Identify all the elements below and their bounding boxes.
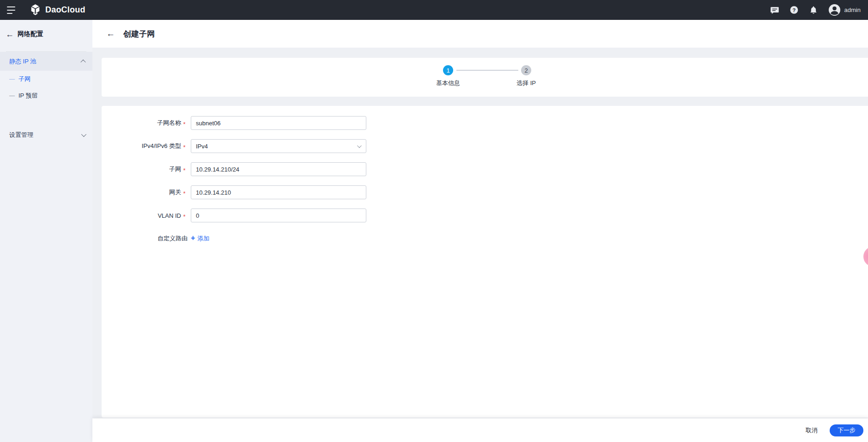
sidebar-item-label: 子网 [18, 75, 30, 83]
required-marker: * [181, 142, 188, 151]
ip-type-select[interactable]: IPv4 [191, 139, 366, 153]
chevron-down-icon [81, 131, 86, 136]
field-label: VLAN ID [102, 212, 181, 219]
sidebar-back-icon[interactable]: ← [6, 30, 16, 39]
stepper-card: 1 基本信息 2 选择 IP [102, 58, 868, 97]
subnet-name-input[interactable] [191, 116, 366, 130]
form-row-subnet-cidr: 子网 * [102, 162, 868, 176]
subnet-form-card: 子网名称 * IPv4/IPv6 类型 * IPv4 子网 * 网关 * VLA… [102, 106, 868, 417]
bell-icon[interactable] [809, 6, 818, 15]
selected-value: IPv4 [196, 143, 208, 150]
sidebar-item-ip-reservation[interactable]: — IP 预留 [0, 87, 92, 104]
field-label: 网关 [102, 188, 181, 196]
daocloud-cube-icon [29, 4, 42, 16]
sidebar-item-label: IP 预留 [18, 92, 38, 100]
topbar-actions: ? admin [770, 4, 868, 16]
step-number-badge: 2 [521, 65, 531, 75]
form-row-subnet-name: 子网名称 * [102, 116, 868, 130]
sidebar-header: ← 网络配置 [0, 20, 92, 49]
field-label: 子网名称 [102, 119, 181, 127]
form-row-vlan-id: VLAN ID * [102, 209, 868, 222]
user-menu[interactable]: admin [828, 4, 861, 16]
chevron-down-icon [357, 143, 362, 148]
sidebar-section-label: 静态 IP 池 [9, 57, 36, 66]
content-area: 1 基本信息 2 选择 IP 子网名称 * IPv4/IPv6 类型 * IPv… [92, 48, 868, 442]
brand-logo[interactable]: DaoCloud [29, 4, 85, 16]
step-number-badge: 1 [443, 65, 453, 75]
sidebar-item-subnet[interactable]: — 子网 [0, 71, 92, 87]
form-row-gateway: 网关 * [102, 185, 868, 199]
required-marker: * [181, 188, 188, 197]
username-label: admin [844, 6, 861, 13]
bullet-dash-icon: — [9, 92, 16, 99]
page-back-icon[interactable]: ← [106, 29, 115, 39]
svg-text:?: ? [792, 7, 795, 13]
required-marker: * [181, 211, 188, 220]
footer-action-bar: 取消 下一步 [92, 418, 868, 442]
step-select-ip: 2 选择 IP [508, 65, 545, 87]
brand-name: DaoCloud [45, 5, 85, 15]
menu-icon[interactable] [7, 6, 17, 14]
top-bar: DaoCloud ? [0, 0, 868, 20]
subnet-cidr-input[interactable] [191, 162, 366, 176]
form-row-custom-route: 自定义路由 + 添加 [102, 232, 868, 246]
step-basic-info: 1 基本信息 [430, 65, 467, 87]
plus-icon: + [191, 234, 195, 243]
sidebar-title: 网络配置 [18, 30, 43, 38]
help-icon[interactable]: ? [789, 6, 799, 15]
vlan-id-input[interactable] [191, 209, 366, 222]
sidebar-section-settings[interactable]: 设置管理 [0, 125, 92, 144]
cancel-button[interactable]: 取消 [806, 426, 818, 435]
gateway-input[interactable] [191, 185, 366, 199]
sidebar-section-static-ip-pool[interactable]: 静态 IP 池 [0, 52, 92, 71]
sidebar: ← 网络配置 静态 IP 池 — 子网 — IP 预留 设置管理 [0, 20, 92, 442]
chevron-up-icon [80, 59, 85, 64]
field-label: 子网 [102, 165, 181, 173]
bullet-dash-icon: — [9, 76, 16, 82]
form-row-ip-type: IPv4/IPv6 类型 * IPv4 [102, 139, 868, 153]
page-header: ← 创建子网 [92, 20, 868, 48]
step-label: 基本信息 [436, 79, 460, 87]
required-marker: * [181, 165, 188, 174]
field-label: 自定义路由 [102, 234, 188, 243]
avatar-icon [828, 4, 841, 16]
required-marker: * [181, 119, 188, 128]
add-route-label: 添加 [197, 234, 209, 243]
chat-icon[interactable] [770, 6, 779, 15]
add-route-button[interactable]: + 添加 [191, 234, 209, 243]
next-step-button[interactable]: 下一步 [830, 424, 863, 436]
sidebar-section-label: 设置管理 [9, 131, 33, 139]
step-label: 选择 IP [516, 79, 536, 87]
page-title: 创建子网 [123, 29, 155, 39]
field-label: IPv4/IPv6 类型 [102, 142, 181, 150]
